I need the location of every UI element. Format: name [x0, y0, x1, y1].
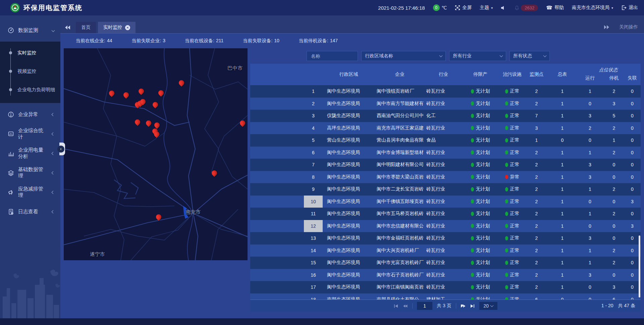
status-filter-select[interactable]: 所有状态: [509, 51, 550, 61]
table-row[interactable]: 17 阆中生态环境局 阆中市江南镇阆南页岩 砖瓦行业 无计划 正常: [250, 281, 641, 293]
cell-monitor: 2: [526, 98, 547, 110]
status-dot-icon: [471, 199, 474, 204]
log-icon: [7, 208, 14, 215]
sidebar-collapse-handle[interactable]: ‹: [59, 143, 65, 155]
double-chevron-right-icon[interactable]: [604, 25, 609, 29]
fullscreen-icon: [455, 5, 460, 10]
tab[interactable]: 首页 ✕: [76, 22, 96, 33]
table-row[interactable]: 10 阆中生态环境局 阆中千佛镇五郎垭页岩 砖瓦行业 无计划 正常: [250, 196, 641, 208]
tab[interactable]: 实时监控 ✕: [98, 22, 136, 33]
sidebar-subitem[interactable]: 实时监控: [0, 44, 60, 62]
cell-lost: 0: [625, 293, 639, 300]
col-header-company: 企业: [375, 64, 425, 85]
table-row[interactable]: 7 阆中生态环境局 阆中明阳建材有限公司 砖瓦行业 无计划 正常: [250, 159, 641, 171]
megaphone-icon: [7, 189, 14, 196]
cell-region: 阆中生态环境局: [323, 208, 375, 220]
stat-label: 当前失联设备:: [243, 38, 272, 44]
fullscreen-button[interactable]: 全屏: [455, 5, 472, 11]
table-row[interactable]: 1 阆中生态环境局 阆中强锐页岩砖厂 砖瓦行业 无计划 正常: [250, 85, 641, 98]
datetime: 2021-02-25 17:46:18: [378, 5, 425, 11]
cell-run: 3: [577, 232, 603, 245]
table-row[interactable]: 8 阆中生态环境局 阆中市枣碧大梁山页岩 砖瓦行业 无计划 异常: [250, 171, 641, 183]
table-body: 1 阆中生态环境局 阆中强锐页岩砖厂 砖瓦行业 无计划 正常: [250, 85, 641, 300]
cell-stop: 2: [603, 257, 625, 269]
cell-index: 11: [304, 208, 323, 220]
table-row[interactable]: 3 仪陇生态环境局 西南油气田分公司川中 化工 无计划 正常: [250, 110, 641, 122]
table-row[interactable]: 2 阆中生态环境局 阆中市南方节能建材有 砖瓦行业 无计划 正常: [250, 98, 641, 110]
cell-lost: 0: [625, 183, 639, 196]
cell-lost: 0: [625, 159, 639, 171]
sidebar-menu-item[interactable]: 企业用电量分析: [0, 145, 60, 161]
cell-limit: 无计划: [462, 171, 499, 183]
table-row[interactable]: 9 阆中生态环境局 阆中市二龙长宝页岩砖 砖瓦行业 无计划 正常: [250, 183, 641, 196]
table-row[interactable]: 11 阆中生态环境局 阆中市五马桥页岩机砖 砖瓦行业 无计划 正常: [250, 208, 641, 220]
speaker-icon[interactable]: [501, 5, 506, 10]
status-dot-icon: [505, 248, 508, 253]
sidebar-menu-item[interactable]: 日志查看: [0, 204, 60, 220]
table-row[interactable]: 18 南部生态环境局 南部县砚化土有限公 建材加工 无计划 正常: [250, 293, 641, 300]
total-records-label: 共 47 条: [618, 303, 635, 309]
cell-industry: 砖瓦行业: [425, 171, 462, 183]
org-dropdown[interactable]: 南充市生态环境局 ▾: [572, 5, 613, 11]
logout-button[interactable]: 退出: [621, 5, 638, 11]
cell-facility: 正常: [499, 196, 526, 208]
stat-value: 147: [330, 38, 338, 44]
region-filter-select[interactable]: 行政区域名称: [361, 51, 446, 61]
name-filter[interactable]: [307, 51, 358, 61]
cell-stop: 2: [603, 208, 625, 220]
map-panel[interactable]: 巴中市 南充市 遂宁市: [64, 48, 248, 260]
page-number-input[interactable]: 1: [417, 302, 432, 310]
table-row[interactable]: 15 阆中生态环境局 阆中市光富页岩机砖厂 砖瓦行业 无计划 正常: [250, 257, 641, 269]
sidebar-subitem[interactable]: 视频监控: [0, 62, 60, 80]
status-dot-icon: [505, 236, 508, 240]
name-filter-input[interactable]: [310, 53, 354, 59]
help-button[interactable]: ☎ 帮助: [546, 5, 564, 11]
tabs-scroll-left-button[interactable]: [63, 22, 72, 33]
total-pages-label: 共 3 页: [437, 303, 451, 309]
last-page-button[interactable]: [470, 304, 475, 308]
next-page-button[interactable]: [461, 304, 466, 308]
cell-stop: 0: [603, 269, 625, 281]
cell-company: 西南油气田分公司川中: [375, 110, 425, 122]
table-header: 行政区域 企业 行业 停限产 治污设施 监测点 总表 点位状态 运行 停机 失联: [250, 64, 641, 85]
cell-run: 3: [577, 110, 603, 122]
prev-page-button[interactable]: [403, 304, 408, 308]
close-operations-button[interactable]: 关闭操作: [619, 24, 638, 30]
table-row[interactable]: 13 阆中生态环境局 阆中市金福旺页岩机砖 砖瓦行业 无计划 正常: [250, 232, 641, 245]
stat-value: 211: [216, 38, 223, 44]
sidebar-subitem[interactable]: 企业电力负荷明细: [0, 80, 60, 99]
cell-region: 阆中生态环境局: [323, 257, 375, 269]
table-row[interactable]: 6 阆中生态环境局 阆中市金博瑞新型墙材 砖瓦行业 无计划 正常: [250, 147, 641, 159]
notifications[interactable]: 2632: [514, 5, 538, 11]
status-dot-icon: [471, 150, 474, 155]
cell-index: 3: [304, 110, 323, 122]
cell-industry: 砖瓦行业: [425, 122, 462, 134]
first-page-button[interactable]: [393, 304, 398, 308]
cell-limit: 无计划: [462, 293, 499, 300]
cell-region: 仪陇生态环境局: [323, 110, 375, 122]
sidebar-menu-item[interactable]: 应急减排管理: [0, 184, 60, 200]
status-dot-icon: [471, 126, 474, 130]
cell-run: 0: [577, 220, 603, 232]
stat-item: 当前停机设备: 147: [299, 38, 338, 44]
cell-limit: 无计划: [462, 159, 499, 171]
cell-region: 阆中生态环境局: [323, 98, 375, 110]
table-row[interactable]: 5 营山生态环境局 营山县润丰肉食品有限 食品 无计划 正常: [250, 134, 641, 147]
theme-dropdown[interactable]: 主题 ▾: [480, 5, 493, 11]
table-row[interactable]: 16 阆中生态环境局 阆中市石子页岩机砖厂 砖瓦行业 无计划 正常: [250, 269, 641, 281]
tab-close-icon[interactable]: ✕: [125, 25, 130, 30]
industry-filter-select[interactable]: 所有行业: [449, 51, 506, 61]
sidebar-menu-item[interactable]: 基础数据管理: [0, 165, 60, 181]
cell-region: 阆中生态环境局: [323, 245, 375, 257]
table-row[interactable]: 14 阆中生态环境局 阆中大兴页岩机砖厂 砖瓦行业 无计划 正常: [250, 245, 641, 257]
table-scrollbar[interactable]: [639, 235, 640, 297]
sidebar-menu-item[interactable]: 数据监测: [0, 22, 60, 38]
sidebar-menu-item[interactable]: 企业综合统计: [0, 126, 60, 142]
status-dot-icon: [505, 163, 508, 167]
table-row[interactable]: 4 高坪生态环境局 南充市高坪区王家店建 砖瓦行业 无计划 正常: [250, 122, 641, 134]
table-row[interactable]: 12 阆中生态环境局 阆中市忠信建材有限公 砖瓦行业 无计划 正常: [250, 220, 641, 232]
cell-limit: 无计划: [462, 257, 499, 269]
page-size-select[interactable]: 20: [479, 302, 497, 310]
cell-run: 1: [577, 85, 603, 98]
sidebar-menu-item[interactable]: 企业异常: [0, 106, 60, 122]
